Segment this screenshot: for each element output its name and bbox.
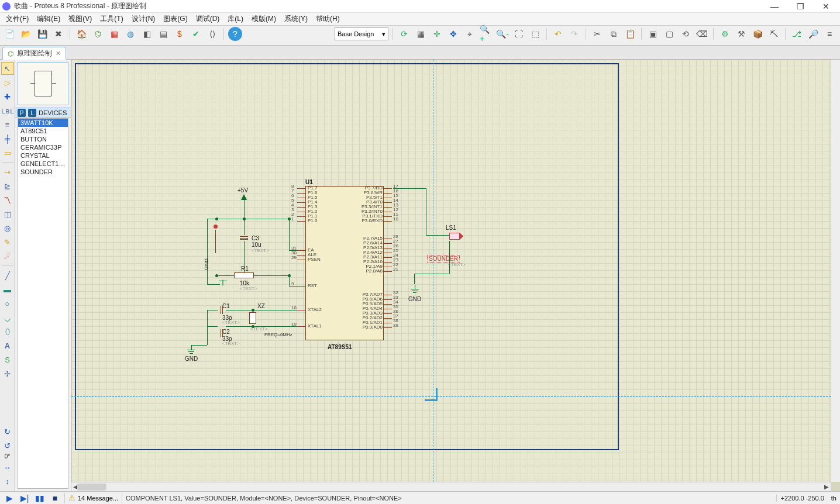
tab-close-icon[interactable]: ✕ xyxy=(56,50,61,57)
menu-系统(Y)[interactable]: 系统(Y) xyxy=(281,13,311,25)
bus-mode[interactable]: ╪ xyxy=(1,132,14,145)
menu-文件(F)[interactable]: 文件(F) xyxy=(2,13,32,25)
rotate-cw-button[interactable]: ↻ xyxy=(1,425,14,438)
line-mode[interactable]: ╱ xyxy=(1,269,14,282)
editing-canvas[interactable]: U1 AT89S51 +5V xyxy=(71,60,831,482)
capacitor-c2[interactable] xyxy=(219,329,224,337)
mirror-h-button[interactable]: ↔ xyxy=(1,461,14,474)
devices-list[interactable]: 3WATT10KAT89C51BUTTONCERAMIC33PCRYSTALGE… xyxy=(18,118,68,489)
step-button[interactable]: ▶| xyxy=(19,493,30,503)
library-button[interactable]: L xyxy=(28,109,36,117)
gerber-button[interactable]: ◧ xyxy=(140,27,154,41)
schematic-button[interactable]: ⌬ xyxy=(91,27,105,41)
circle-mode[interactable]: ○ xyxy=(1,297,14,310)
graph-mode[interactable]: 〽 xyxy=(1,194,14,206)
zoom-center-button[interactable]: ⌖ xyxy=(463,27,477,41)
menu-设计(N)[interactable]: 设计(N) xyxy=(128,13,159,25)
path-mode[interactable]: ⬯ xyxy=(1,325,14,338)
copy-button[interactable]: ⧉ xyxy=(607,27,621,41)
label-mode[interactable]: ʟʙʟ xyxy=(1,104,14,117)
block-move-button[interactable]: ▢ xyxy=(662,27,676,41)
menu-图表(G)[interactable]: 图表(G) xyxy=(160,13,191,25)
device-item[interactable]: 3WATT10K xyxy=(18,119,68,127)
instrument-mode[interactable]: ☄ xyxy=(1,250,14,263)
text-mode[interactable]: A xyxy=(1,339,14,352)
block-rotate-button[interactable]: ⟲ xyxy=(679,27,693,41)
new-file-button[interactable]: 📄 xyxy=(2,27,16,41)
pick-button[interactable]: ⚙ xyxy=(718,27,732,41)
arc-mode[interactable]: ◡ xyxy=(1,311,14,324)
component-mode[interactable]: ▷ xyxy=(1,76,14,89)
subcircuit-mode[interactable]: ▭ xyxy=(1,146,14,159)
crystal-xz[interactable] xyxy=(249,312,256,324)
play-button[interactable]: ▶ xyxy=(4,493,15,503)
zoom-in-button[interactable]: 🔍+ xyxy=(479,27,493,41)
help-button[interactable]: ? xyxy=(228,27,242,41)
scroll-right-icon[interactable]: ▶ xyxy=(822,483,831,491)
paste-button[interactable]: 📋 xyxy=(623,27,637,41)
property-button[interactable]: ≡ xyxy=(822,27,836,41)
marker-mode[interactable]: ✢ xyxy=(1,367,14,380)
gnd-symbol[interactable] xyxy=(219,281,227,283)
device-item[interactable]: GENELECT10U35V xyxy=(18,160,68,168)
select-mode[interactable]: ↖ xyxy=(1,62,14,75)
pause-button[interactable]: ▮▮ xyxy=(34,493,46,503)
refresh-button[interactable]: ⟳ xyxy=(397,27,411,41)
snap-button[interactable]: ✛ xyxy=(430,27,444,41)
code-button[interactable]: ⟨⟩ xyxy=(205,27,219,41)
pick-device-button[interactable]: P xyxy=(18,109,26,117)
box-mode[interactable]: ▬ xyxy=(1,283,14,296)
sounder-ls1[interactable] xyxy=(449,233,461,247)
device-item[interactable]: BUTTON xyxy=(18,135,68,143)
pkg-button[interactable]: 📦 xyxy=(751,27,765,41)
tape-mode[interactable]: ◫ xyxy=(1,208,14,220)
scrollbar-thumb[interactable] xyxy=(77,484,106,491)
make-device-button[interactable]: ⚒ xyxy=(734,27,748,41)
device-pins-mode[interactable]: ⊵ xyxy=(1,179,14,192)
terminal-mode[interactable]: ⊸ xyxy=(1,165,14,178)
close-button-tb[interactable]: ✖ xyxy=(51,27,66,41)
tab-schematic[interactable]: ⌬ 原理图绘制 ✕ xyxy=(2,47,66,60)
messages-button[interactable]: ⚠ 14 Message... xyxy=(64,493,122,503)
menu-编辑(E)[interactable]: 编辑(E) xyxy=(33,13,64,25)
resistor-r1[interactable] xyxy=(234,272,254,278)
minimize-button[interactable]: — xyxy=(763,1,786,12)
device-item[interactable]: AT89C51 xyxy=(18,127,68,135)
cut-button[interactable]: ✂ xyxy=(590,27,604,41)
zoom-out-button[interactable]: 🔍- xyxy=(495,27,509,41)
save-button[interactable]: 💾 xyxy=(35,27,49,41)
zoom-fit-button[interactable]: ⛶ xyxy=(512,27,526,41)
pan-button[interactable]: ✥ xyxy=(446,27,460,41)
pcb-button[interactable]: ▦ xyxy=(107,27,121,41)
gnd-symbol[interactable] xyxy=(187,345,195,354)
search-button[interactable]: 🔎 xyxy=(806,27,820,41)
device-item[interactable]: SOUNDER xyxy=(18,168,68,176)
wire-tool-button[interactable]: ⎇ xyxy=(790,27,804,41)
button-component[interactable] xyxy=(213,225,219,239)
rotate-ccw-button[interactable]: ↺ xyxy=(1,439,14,452)
menu-模版(M)[interactable]: 模版(M) xyxy=(248,13,280,25)
power-symbol[interactable] xyxy=(241,194,247,200)
menu-库(L)[interactable]: 库(L) xyxy=(224,13,247,25)
vertical-scrollbar[interactable] xyxy=(831,60,840,482)
open-file-button[interactable]: 📂 xyxy=(19,27,33,41)
generator-mode[interactable]: ◎ xyxy=(1,222,14,234)
junction-mode[interactable]: ✚ xyxy=(1,90,14,103)
close-button[interactable]: ✕ xyxy=(814,1,838,12)
erc-button[interactable]: ✔ xyxy=(189,27,203,41)
gnd-symbol[interactable] xyxy=(411,284,419,293)
block-delete-button[interactable]: ⌫ xyxy=(695,27,709,41)
maximize-button[interactable]: ❐ xyxy=(789,1,812,12)
schematic-drawing[interactable]: U1 AT89S51 +5V xyxy=(183,182,533,375)
bom-button[interactable]: $ xyxy=(173,27,187,41)
probe-mode[interactable]: ✎ xyxy=(1,236,14,248)
stop-button[interactable]: ■ xyxy=(49,493,61,503)
undo-button[interactable]: ↶ xyxy=(551,27,565,41)
menu-帮助(H)[interactable]: 帮助(H) xyxy=(312,13,343,25)
home-button[interactable]: 🏠 xyxy=(74,27,88,41)
symbol-mode[interactable]: S xyxy=(1,353,14,366)
three-d-button[interactable]: ◍ xyxy=(123,27,137,41)
menu-工具(T)[interactable]: 工具(T) xyxy=(97,13,126,25)
menu-视图(V)[interactable]: 视图(V) xyxy=(65,13,95,25)
grid-button[interactable]: ▦ xyxy=(414,27,428,41)
